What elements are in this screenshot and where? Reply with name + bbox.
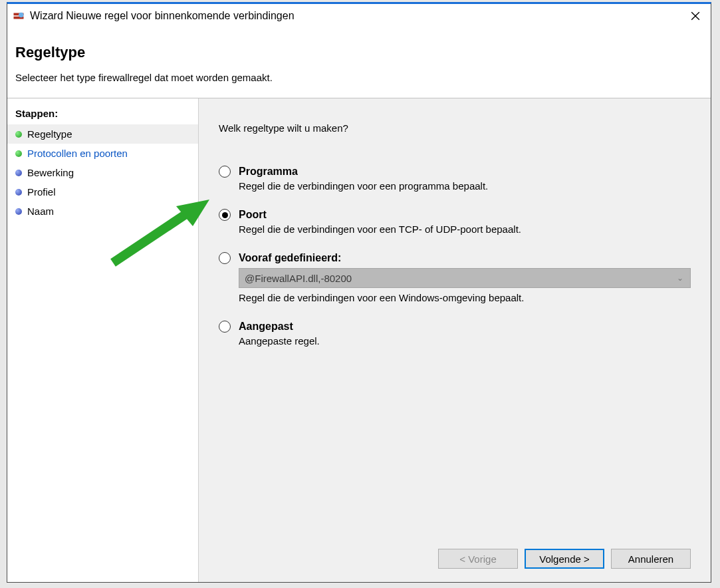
- bullet-icon: [15, 170, 22, 176]
- bullet-icon: [15, 150, 22, 157]
- radio-icon: [219, 166, 231, 178]
- bullet-icon: [15, 208, 22, 215]
- radio-vooraf-gedefinieerd[interactable]: Vooraf gedefinieerd:: [219, 252, 691, 264]
- radio-icon: [219, 321, 231, 333]
- radio-aangepast[interactable]: Aangepast: [219, 321, 691, 333]
- header-area: Regeltype Selecteer het type firewallreg…: [7, 28, 711, 98]
- option-desc: Regel die de verbindingen voor een progr…: [239, 180, 691, 192]
- main-panel: Welk regeltype wilt u maken? Programma R…: [199, 98, 711, 582]
- chevron-down-icon: ⌄: [677, 273, 683, 283]
- predefined-select-value: @FirewallAPI.dll,-80200: [245, 273, 352, 284]
- step-label: Profiel: [27, 186, 56, 198]
- step-naam[interactable]: Naam: [7, 202, 198, 221]
- option-aangepast: Aangepast Aangepaste regel.: [219, 321, 691, 347]
- rule-type-options: Programma Regel die de verbindingen voor…: [219, 166, 691, 364]
- steps-heading: Stappen:: [15, 108, 190, 119]
- radio-icon: [219, 252, 231, 264]
- radio-icon: [219, 209, 231, 221]
- close-icon: [691, 11, 700, 21]
- question-text: Welk regeltype wilt u maken?: [219, 122, 691, 134]
- titlebar: Wizard Nieuwe regel voor binnenkomende v…: [7, 4, 711, 28]
- option-programma: Programma Regel die de verbindingen voor…: [219, 166, 691, 192]
- page-title: Regeltype: [15, 44, 703, 61]
- next-button[interactable]: Volgende >: [525, 549, 604, 569]
- option-poort: Poort Regel die de verbindingen voor een…: [219, 209, 691, 235]
- predefined-select: @FirewallAPI.dll,-80200 ⌄: [239, 268, 691, 288]
- page-subtitle: Selecteer het type firewallregel dat moe…: [15, 72, 703, 83]
- svg-point-2: [19, 13, 24, 18]
- wizard-window: Wizard Nieuwe regel voor binnenkomende v…: [7, 2, 711, 583]
- option-title: Programma: [239, 166, 298, 178]
- close-button[interactable]: [680, 5, 711, 27]
- bullet-icon: [15, 189, 22, 196]
- step-regeltype[interactable]: Regeltype: [7, 124, 198, 144]
- option-title: Aangepast: [239, 321, 293, 333]
- option-desc: Regel die de verbindingen voor een TCP- …: [239, 223, 691, 235]
- cancel-button[interactable]: Annuleren: [611, 549, 691, 569]
- step-profiel[interactable]: Profiel: [7, 182, 198, 202]
- step-label: Protocollen en poorten: [27, 148, 128, 159]
- radio-programma[interactable]: Programma: [219, 166, 691, 178]
- option-desc: Regel die de verbindingen voor een Windo…: [239, 292, 691, 303]
- option-title: Vooraf gedefinieerd:: [239, 252, 341, 264]
- radio-poort[interactable]: Poort: [219, 209, 691, 221]
- option-vooraf-gedefinieerd: Vooraf gedefinieerd: @FirewallAPI.dll,-8…: [219, 252, 691, 303]
- step-label: Naam: [27, 206, 54, 217]
- step-label: Regeltype: [27, 128, 72, 140]
- window-title: Wizard Nieuwe regel voor binnenkomende v…: [30, 10, 295, 22]
- body-area: Stappen: Regeltype Protocollen en poorte…: [7, 98, 711, 582]
- firewall-icon: [13, 10, 25, 22]
- option-desc: Aangepaste regel.: [239, 335, 691, 347]
- step-protocollen-en-poorten[interactable]: Protocollen en poorten: [7, 144, 198, 163]
- step-bewerking[interactable]: Bewerking: [7, 163, 198, 182]
- option-title: Poort: [239, 209, 267, 221]
- steps-sidebar: Stappen: Regeltype Protocollen en poorte…: [7, 98, 199, 582]
- bullet-icon: [15, 131, 22, 138]
- button-row: < Vorige Volgende > Annuleren: [219, 542, 691, 575]
- back-button: < Vorige: [438, 549, 518, 569]
- step-label: Bewerking: [27, 167, 74, 178]
